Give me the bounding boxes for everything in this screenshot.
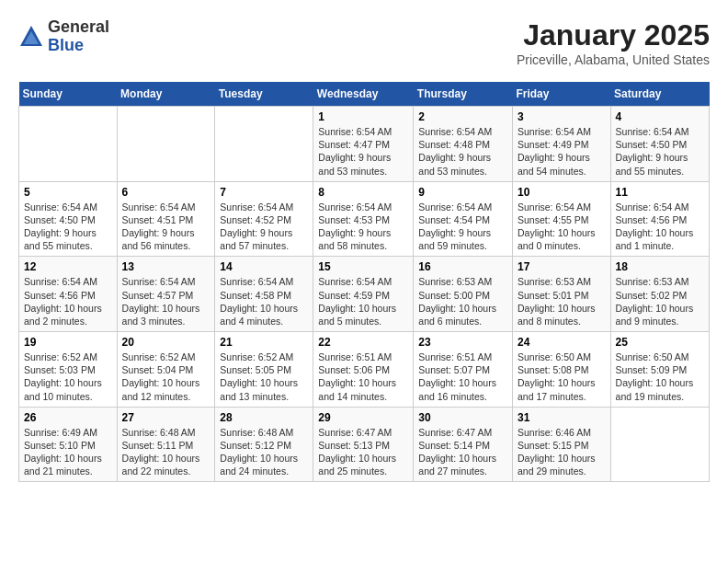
logo-blue-text: Blue <box>48 37 109 55</box>
calendar-cell: 9Sunrise: 6:54 AM Sunset: 4:54 PM Daylig… <box>414 181 513 257</box>
day-number: 29 <box>318 411 408 424</box>
day-info: Sunrise: 6:53 AM Sunset: 5:00 PM Dayligh… <box>418 275 507 327</box>
calendar-cell: 12Sunrise: 6:54 AM Sunset: 4:56 PM Dayli… <box>19 257 118 332</box>
page-header: General Blue January 2025 Priceville, Al… <box>18 18 710 67</box>
day-number: 14 <box>220 260 308 273</box>
day-info: Sunrise: 6:53 AM Sunset: 5:02 PM Dayligh… <box>616 275 704 327</box>
day-info: Sunrise: 6:54 AM Sunset: 4:49 PM Dayligh… <box>518 125 606 178</box>
calendar-cell: 18Sunrise: 6:53 AM Sunset: 5:02 PM Dayli… <box>610 257 709 332</box>
day-number: 31 <box>518 411 606 424</box>
calendar-cell: 15Sunrise: 6:54 AM Sunset: 4:59 PM Dayli… <box>313 257 414 332</box>
calendar-table: SundayMondayTuesdayWednesdayThursdayFrid… <box>18 82 710 482</box>
header-row: SundayMondayTuesdayWednesdayThursdayFrid… <box>19 82 710 107</box>
calendar-subtitle: Priceville, Alabama, United States <box>517 52 710 67</box>
day-info: Sunrise: 6:47 AM Sunset: 5:13 PM Dayligh… <box>318 426 408 478</box>
calendar-cell <box>610 407 709 482</box>
calendar-cell: 6Sunrise: 6:54 AM Sunset: 4:51 PM Daylig… <box>117 181 215 257</box>
logo-icon <box>18 24 44 50</box>
calendar-cell: 31Sunrise: 6:46 AM Sunset: 5:15 PM Dayli… <box>512 407 610 482</box>
day-number: 1 <box>318 110 408 123</box>
day-info: Sunrise: 6:52 AM Sunset: 5:03 PM Dayligh… <box>24 350 112 403</box>
day-number: 23 <box>418 336 507 349</box>
day-number: 17 <box>518 260 606 273</box>
calendar-cell: 22Sunrise: 6:51 AM Sunset: 5:06 PM Dayli… <box>313 332 414 408</box>
day-number: 24 <box>518 336 606 349</box>
day-number: 9 <box>418 186 507 199</box>
day-number: 27 <box>122 411 210 424</box>
title-block: January 2025 Priceville, Alabama, United… <box>517 18 710 67</box>
calendar-cell: 16Sunrise: 6:53 AM Sunset: 5:00 PM Dayli… <box>414 257 513 332</box>
calendar-cell: 10Sunrise: 6:54 AM Sunset: 4:55 PM Dayli… <box>512 181 610 257</box>
calendar-cell: 17Sunrise: 6:53 AM Sunset: 5:01 PM Dayli… <box>512 257 610 332</box>
day-info: Sunrise: 6:54 AM Sunset: 4:56 PM Dayligh… <box>616 201 704 253</box>
day-number: 20 <box>122 336 210 349</box>
day-number: 10 <box>518 186 606 199</box>
day-number: 28 <box>220 411 308 424</box>
day-info: Sunrise: 6:54 AM Sunset: 4:47 PM Dayligh… <box>318 125 408 178</box>
header-cell-sunday: Sunday <box>19 82 118 107</box>
day-number: 21 <box>220 336 308 349</box>
logo: General Blue <box>18 18 109 55</box>
day-info: Sunrise: 6:54 AM Sunset: 4:58 PM Dayligh… <box>220 275 308 327</box>
calendar-cell: 4Sunrise: 6:54 AM Sunset: 4:50 PM Daylig… <box>610 107 709 182</box>
day-info: Sunrise: 6:51 AM Sunset: 5:07 PM Dayligh… <box>418 350 507 403</box>
day-number: 15 <box>318 260 408 273</box>
day-info: Sunrise: 6:46 AM Sunset: 5:15 PM Dayligh… <box>518 426 606 478</box>
day-number: 25 <box>616 336 704 349</box>
day-number: 22 <box>318 336 408 349</box>
header-cell-friday: Friday <box>512 82 610 107</box>
calendar-cell <box>117 107 215 182</box>
day-number: 5 <box>24 186 112 199</box>
calendar-title: January 2025 <box>517 18 710 52</box>
day-info: Sunrise: 6:48 AM Sunset: 5:11 PM Dayligh… <box>122 426 210 478</box>
calendar-cell: 3Sunrise: 6:54 AM Sunset: 4:49 PM Daylig… <box>512 107 610 182</box>
calendar-cell: 30Sunrise: 6:47 AM Sunset: 5:14 PM Dayli… <box>414 407 513 482</box>
day-info: Sunrise: 6:47 AM Sunset: 5:14 PM Dayligh… <box>418 426 507 478</box>
day-number: 30 <box>418 411 507 424</box>
week-row-5: 26Sunrise: 6:49 AM Sunset: 5:10 PM Dayli… <box>19 407 710 482</box>
calendar-cell: 23Sunrise: 6:51 AM Sunset: 5:07 PM Dayli… <box>414 332 513 408</box>
day-info: Sunrise: 6:48 AM Sunset: 5:12 PM Dayligh… <box>220 426 308 478</box>
week-row-4: 19Sunrise: 6:52 AM Sunset: 5:03 PM Dayli… <box>19 332 710 408</box>
day-info: Sunrise: 6:50 AM Sunset: 5:09 PM Dayligh… <box>616 350 704 403</box>
calendar-cell: 29Sunrise: 6:47 AM Sunset: 5:13 PM Dayli… <box>313 407 414 482</box>
day-info: Sunrise: 6:54 AM Sunset: 4:57 PM Dayligh… <box>122 275 210 327</box>
calendar-cell: 21Sunrise: 6:52 AM Sunset: 5:05 PM Dayli… <box>215 332 313 408</box>
day-info: Sunrise: 6:51 AM Sunset: 5:06 PM Dayligh… <box>318 350 408 403</box>
header-cell-monday: Monday <box>117 82 215 107</box>
day-number: 11 <box>616 186 704 199</box>
day-info: Sunrise: 6:54 AM Sunset: 4:53 PM Dayligh… <box>318 201 408 253</box>
week-row-2: 5Sunrise: 6:54 AM Sunset: 4:50 PM Daylig… <box>19 181 710 257</box>
calendar-cell <box>215 107 313 182</box>
day-info: Sunrise: 6:50 AM Sunset: 5:08 PM Dayligh… <box>518 350 606 403</box>
header-cell-wednesday: Wednesday <box>313 82 414 107</box>
day-info: Sunrise: 6:54 AM Sunset: 4:55 PM Dayligh… <box>518 201 606 253</box>
day-info: Sunrise: 6:54 AM Sunset: 4:50 PM Dayligh… <box>24 201 112 253</box>
calendar-cell: 5Sunrise: 6:54 AM Sunset: 4:50 PM Daylig… <box>19 181 118 257</box>
day-number: 19 <box>24 336 112 349</box>
week-row-3: 12Sunrise: 6:54 AM Sunset: 4:56 PM Dayli… <box>19 257 710 332</box>
calendar-cell: 8Sunrise: 6:54 AM Sunset: 4:53 PM Daylig… <box>313 181 414 257</box>
day-number: 13 <box>122 260 210 273</box>
day-number: 16 <box>418 260 507 273</box>
day-number: 8 <box>318 186 408 199</box>
calendar-cell: 14Sunrise: 6:54 AM Sunset: 4:58 PM Dayli… <box>215 257 313 332</box>
calendar-cell: 2Sunrise: 6:54 AM Sunset: 4:48 PM Daylig… <box>414 107 513 182</box>
header-cell-thursday: Thursday <box>414 82 513 107</box>
day-number: 6 <box>122 186 210 199</box>
calendar-cell: 27Sunrise: 6:48 AM Sunset: 5:11 PM Dayli… <box>117 407 215 482</box>
calendar-cell: 11Sunrise: 6:54 AM Sunset: 4:56 PM Dayli… <box>610 181 709 257</box>
day-info: Sunrise: 6:52 AM Sunset: 5:05 PM Dayligh… <box>220 350 308 403</box>
day-number: 18 <box>616 260 704 273</box>
day-info: Sunrise: 6:54 AM Sunset: 4:56 PM Dayligh… <box>24 275 112 327</box>
calendar-cell: 1Sunrise: 6:54 AM Sunset: 4:47 PM Daylig… <box>313 107 414 182</box>
day-info: Sunrise: 6:54 AM Sunset: 4:50 PM Dayligh… <box>616 125 704 178</box>
day-info: Sunrise: 6:52 AM Sunset: 5:04 PM Dayligh… <box>122 350 210 403</box>
day-number: 3 <box>518 110 606 123</box>
day-info: Sunrise: 6:54 AM Sunset: 4:59 PM Dayligh… <box>318 275 408 327</box>
calendar-cell: 19Sunrise: 6:52 AM Sunset: 5:03 PM Dayli… <box>19 332 118 408</box>
calendar-cell: 24Sunrise: 6:50 AM Sunset: 5:08 PM Dayli… <box>512 332 610 408</box>
calendar-cell: 7Sunrise: 6:54 AM Sunset: 4:52 PM Daylig… <box>215 181 313 257</box>
day-info: Sunrise: 6:53 AM Sunset: 5:01 PM Dayligh… <box>518 275 606 327</box>
calendar-cell: 26Sunrise: 6:49 AM Sunset: 5:10 PM Dayli… <box>19 407 118 482</box>
